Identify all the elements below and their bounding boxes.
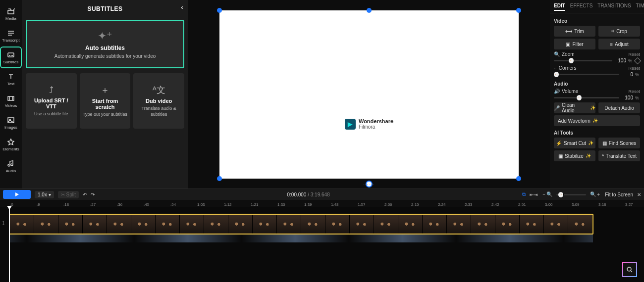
resize-handle-bl[interactable]	[217, 176, 222, 181]
volume-label: Volume	[562, 89, 578, 94]
clip-thumbnail	[398, 215, 423, 234]
auto-subtitles-title: Auto subtitles	[85, 45, 125, 51]
add-waveform-button[interactable]: Add Waveform✨	[554, 115, 640, 126]
volume-icon: 🔊	[554, 89, 560, 94]
zoom-reset-button[interactable]: Reset	[628, 52, 640, 57]
auto-subtitles-card[interactable]: ✦⁺ Auto subtitles Automatically generate…	[26, 20, 184, 68]
clip-thumbnail	[447, 215, 471, 234]
rail-item-media[interactable]: Media	[1, 4, 21, 24]
edit-tabs: EDIT EFFECTS TRANSITIONS TIMING	[550, 0, 644, 13]
zoom-out-button[interactable]: －🔍	[541, 191, 552, 198]
tab-edit[interactable]: EDIT	[554, 3, 565, 11]
audio-waveform	[9, 235, 593, 242]
ruler-tick: 1:39	[304, 202, 331, 207]
preview-area: ▶ Wondershare Filmora ⋯⋯	[188, 0, 550, 188]
panel-drag-handle[interactable]: ⋯⋯	[363, 182, 375, 188]
rail-item-elements[interactable]: Elements	[1, 135, 21, 154]
tab-timing[interactable]: TIMING	[636, 3, 644, 11]
card-desc: Translate audio & subtitles	[136, 106, 181, 117]
stabilize-button[interactable]: ▣Stabilize✨	[554, 150, 595, 161]
resize-handle-tr[interactable]	[516, 8, 521, 13]
rail-item-text[interactable]: Text	[1, 69, 21, 89]
corners-slider[interactable]	[554, 74, 619, 75]
subtitles-panel: SUBTITLES ‹ ✦⁺ Auto subtitles Automatica…	[22, 0, 188, 188]
ruler-tick: :27	[90, 202, 117, 207]
find-scenes-button[interactable]: ▦Find Scenes	[598, 138, 640, 148]
playhead[interactable]	[9, 207, 10, 282]
playback-speed-select[interactable]: 1.0x ▾	[35, 191, 54, 198]
clean-audio-button[interactable]: 🎤Clean Audio✨	[554, 102, 595, 113]
clip-thumbnail	[156, 215, 180, 234]
svg-point-4	[627, 267, 631, 271]
audio-section-label: Audio	[554, 81, 640, 87]
filter-button[interactable]: ▣Filter	[554, 39, 595, 49]
volume-reset-button[interactable]: Reset	[628, 89, 640, 94]
dub-video-card[interactable]: ᴬ文 Dub video Translate audio & subtitles	[133, 73, 184, 129]
rail-item-audio[interactable]: Audio	[1, 156, 21, 176]
resize-handle-br[interactable]	[516, 176, 521, 181]
collapse-panel-button[interactable]: ‹	[181, 4, 184, 11]
ai-section-label: AI Tools	[554, 130, 640, 136]
zoom-label: Zoom	[562, 51, 575, 57]
split-button[interactable]: ✂ Split	[58, 191, 79, 198]
ruler-tick: 2:33	[465, 202, 491, 207]
timeline-area[interactable]: 1	[0, 207, 644, 282]
volume-slider[interactable]	[554, 97, 619, 98]
timeline-zoom-slider[interactable]	[556, 194, 586, 195]
timeline-ruler[interactable]: :0:9:18:27:36:45:541:031:121:211:301:391…	[0, 200, 644, 207]
corners-reset-button[interactable]: Reset	[628, 66, 640, 71]
smart-cut-button[interactable]: ⚡Smart Cut✨	[554, 138, 595, 148]
ruler-tick: :9	[37, 202, 63, 207]
magnet-button[interactable]: ⧉	[522, 191, 526, 197]
sparkle-icon: ✦⁺	[98, 30, 112, 43]
adjust-button[interactable]: ≡Adjust	[598, 39, 640, 49]
zoom-slider[interactable]	[554, 60, 612, 61]
upload-icon: ⤴	[49, 85, 54, 95]
fit-screen-button[interactable]: Fit to Screen	[605, 192, 633, 197]
undo-button[interactable]: ↶	[83, 192, 87, 197]
play-button[interactable]	[3, 190, 31, 199]
card-desc: Use a subtitle file	[34, 111, 68, 117]
video-clip[interactable]	[9, 214, 593, 235]
clip-thumbnail	[568, 215, 592, 234]
rail-label: Subtitles	[3, 60, 19, 64]
logo-brand: Wondershare	[359, 118, 393, 124]
trim-button[interactable]: ⟷Trim	[554, 26, 595, 37]
translate-icon: ᴬ文	[153, 84, 165, 96]
rail-label: Media	[5, 16, 16, 21]
floating-zoom-button[interactable]	[622, 262, 637, 277]
rail-item-videos[interactable]: Videos	[1, 91, 21, 111]
zoom-in-button[interactable]: 🔍＋	[590, 191, 601, 198]
filmora-mark-icon: ▶	[345, 119, 356, 130]
search-icon	[626, 266, 633, 273]
tab-effects[interactable]: EFFECTS	[570, 3, 593, 11]
start-scratch-card[interactable]: ＋ Start from scratch Type out your subti…	[80, 73, 131, 129]
tab-transitions[interactable]: TRANSITIONS	[597, 3, 631, 11]
rail-item-images[interactable]: Images	[1, 113, 21, 133]
snap-button[interactable]: ⇤⇥	[530, 192, 537, 197]
clip-thumbnail	[495, 215, 520, 234]
videos-icon	[7, 94, 15, 102]
rail-item-subtitles[interactable]: Subtitles	[1, 47, 21, 67]
video-canvas[interactable]: ▶ Wondershare Filmora	[219, 10, 519, 179]
upload-srt-card[interactable]: ⤴ Upload SRT / VTT Use a subtitle file	[26, 73, 77, 129]
svg-rect-0	[8, 53, 14, 57]
images-icon	[7, 116, 15, 124]
resize-handle-tl[interactable]	[217, 8, 222, 13]
rail-item-transcript[interactable]: Transcript	[1, 26, 21, 46]
rail-label: Transcript	[2, 38, 19, 43]
resize-handle-top[interactable]	[367, 8, 372, 13]
close-button[interactable]: ✕	[637, 192, 641, 197]
edit-panel: EDIT EFFECTS TRANSITIONS TIMING Video ⟷T…	[550, 0, 644, 188]
translate-text-button[interactable]: ᴬTranslate Text	[598, 150, 640, 161]
card-title: Start from scratch	[83, 98, 128, 110]
detach-audio-button[interactable]: Detach Audio	[598, 102, 640, 113]
redo-button[interactable]: ↷	[91, 192, 95, 197]
zoom-unit: %	[628, 58, 633, 63]
clip-thumbnail	[253, 215, 277, 234]
clip-thumbnail	[34, 215, 58, 234]
crop-button[interactable]: ⌗Crop	[598, 26, 640, 37]
card-desc: Type out your subtitles	[83, 112, 127, 118]
keyframe-button[interactable]	[634, 57, 641, 64]
duration: 3:19.648	[311, 192, 330, 197]
